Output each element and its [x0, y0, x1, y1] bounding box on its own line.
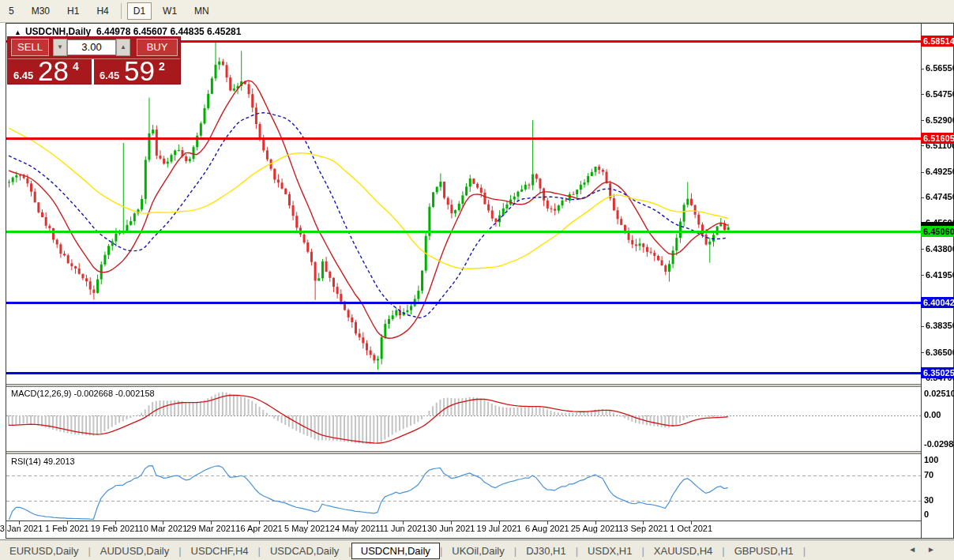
- chart-tab-dj30-h1[interactable]: DJ30,H1: [516, 543, 576, 559]
- chart-tab-usdx-h1[interactable]: USDX,H1: [578, 543, 641, 559]
- sell-price-pip: 4: [73, 60, 79, 73]
- tab-scroll-arrows[interactable]: ◄►: [908, 545, 946, 554]
- chart-symbol-label: USDCNH,Daily: [25, 26, 91, 37]
- volume-increase-button[interactable]: ▲: [116, 39, 130, 56]
- chart-tab-eurusd-daily[interactable]: EURUSD,Daily: [0, 543, 88, 559]
- sell-button[interactable]: SELL: [11, 39, 49, 56]
- chart-tab-gbpusd-h1[interactable]: GBPUSD,H1: [725, 543, 803, 559]
- buy-price-display[interactable]: 6.45 59 2: [92, 59, 180, 85]
- rsi-axis-tick: 100: [924, 455, 938, 464]
- tab-scroll-right-icon[interactable]: ►: [927, 545, 946, 554]
- toolbar-separator: [121, 3, 122, 19]
- price-level-badge: 6.35025: [921, 367, 954, 378]
- price-level-badge: 6.45060: [921, 226, 954, 237]
- rsi-axis-tick: 70: [924, 470, 933, 479]
- buy-price-small: 6.45: [100, 70, 119, 81]
- price-level-badge: 6.51605: [921, 133, 954, 144]
- x-axis-date-label: 6 Aug 2021: [525, 524, 569, 533]
- application-window: 5M30H1H4D1W1MN ▲USDCNH,Daily 6.44978 6.4…: [0, 0, 954, 560]
- x-axis-date-label: 13 Jan 2021: [0, 524, 43, 533]
- chart-tab-usdcnh-daily[interactable]: USDCNH,Daily: [351, 543, 440, 559]
- volume-input[interactable]: 3.00: [67, 39, 116, 55]
- x-axis-date-label: 13 Sep 2021: [618, 524, 667, 533]
- x-axis-date-label: 1 Oct 2021: [670, 524, 712, 533]
- x-axis-date-label: 16 Apr 2021: [235, 524, 282, 533]
- y-axis-tick: 6.56550: [926, 63, 954, 73]
- macd-axis-min: -0.02988: [924, 439, 954, 449]
- macd-axis-zero: 0.00: [924, 410, 941, 419]
- y-axis-tick: 6.41950: [926, 270, 954, 280]
- chart-tab-xauusd-h4[interactable]: XAUUSD,H4: [644, 543, 722, 559]
- sell-price-big: 28: [38, 55, 69, 87]
- volume-decrease-button[interactable]: ▼: [53, 39, 67, 56]
- y-axis-tick: 6.54750: [926, 89, 954, 99]
- timeframe-button-d1[interactable]: D1: [127, 2, 152, 20]
- chart-tab-audusd-daily[interactable]: AUDUSD,Daily: [91, 543, 178, 559]
- chart-tab-usdcad-daily[interactable]: USDCAD,Daily: [261, 543, 348, 559]
- rsi-indicator-label: RSI(14) 49.2013: [11, 457, 75, 466]
- collapse-panel-icon[interactable]: ▲: [14, 28, 21, 36]
- tab-scroll-left-icon[interactable]: ◄: [908, 545, 927, 554]
- x-axis-date-label: 25 Aug 2021: [571, 524, 620, 533]
- chart-title: ▲USDCNH,Daily 6.44978 6.45607 6.44835 6.…: [14, 26, 241, 37]
- macd-axis-max: 0.025108: [924, 389, 954, 398]
- timeframe-toolbar: 5M30H1H4D1W1MN: [0, 0, 954, 23]
- rsi-axis-tick: 0: [924, 509, 929, 519]
- y-axis-tick: 6.52900: [926, 115, 954, 125]
- triangle-down-icon: ▼: [57, 43, 63, 51]
- timeframe-button-5[interactable]: 5: [2, 2, 21, 20]
- triangle-up-icon: ▲: [120, 43, 126, 51]
- price-level-badge: 6.40042: [921, 297, 954, 308]
- tab-separator: |: [803, 545, 806, 557]
- x-axis-date-label: 30 Jun 2021: [427, 524, 475, 533]
- timeframe-button-w1[interactable]: W1: [156, 2, 183, 20]
- sell-price-display[interactable]: 6.45 28 4: [8, 59, 92, 85]
- y-axis-tick: 6.36500: [926, 348, 954, 357]
- y-axis-tick: 6.47450: [926, 192, 954, 201]
- y-axis-tick: 6.43800: [926, 244, 954, 254]
- chart-ohlc-values: 6.44978 6.45607 6.44835 6.45281: [96, 26, 242, 37]
- x-axis-date-label: 1 Feb 2021: [45, 524, 89, 533]
- x-axis-date-label: 19 Jul 2021: [477, 524, 522, 533]
- chart-tab-usdchf-h4[interactable]: USDCHF,H4: [182, 543, 258, 559]
- x-axis-date-label: 5 May 2021: [284, 524, 329, 533]
- chart-tab-ukoil-daily[interactable]: UKOil,Daily: [442, 543, 513, 559]
- x-axis-date-label: 11 Jun 2021: [380, 524, 427, 533]
- y-axis-tick: 6.49250: [926, 167, 954, 176]
- rsi-axis-tick: 30: [924, 495, 933, 505]
- price-level-badge: 6.58514: [921, 36, 954, 47]
- chart-tab-bar: EURUSD,Daily|AUDUSD,Daily|USDCHF,H4|USDC…: [0, 539, 954, 560]
- buy-price-pip: 2: [159, 60, 165, 73]
- buy-price-big: 59: [124, 55, 155, 87]
- y-axis-tick: 6.38350: [926, 321, 954, 330]
- buy-button[interactable]: BUY: [137, 39, 178, 56]
- one-click-trade-panel: SELL ▼ 3.00 ▲ BUY 6.45 28 4 6.45 59 2: [7, 36, 181, 85]
- timeframe-button-h4[interactable]: H4: [90, 2, 115, 20]
- timeframe-button-m30[interactable]: M30: [25, 2, 56, 20]
- x-axis-date-label: 19 Feb 2021: [91, 524, 140, 533]
- timeframe-button-h1[interactable]: H1: [61, 2, 85, 20]
- sell-price-small: 6.45: [13, 70, 33, 81]
- x-axis-date-label: 29 Mar 2021: [186, 524, 235, 533]
- timeframe-button-mn[interactable]: MN: [188, 2, 216, 20]
- x-axis-date-label: 10 Mar 2021: [139, 524, 188, 533]
- x-axis-date-label: 24 May 2021: [330, 524, 381, 533]
- current-price-badge: [921, 222, 954, 226]
- macd-indicator-label: MACD(12,26,9) -0.002668 -0.002158: [11, 389, 155, 398]
